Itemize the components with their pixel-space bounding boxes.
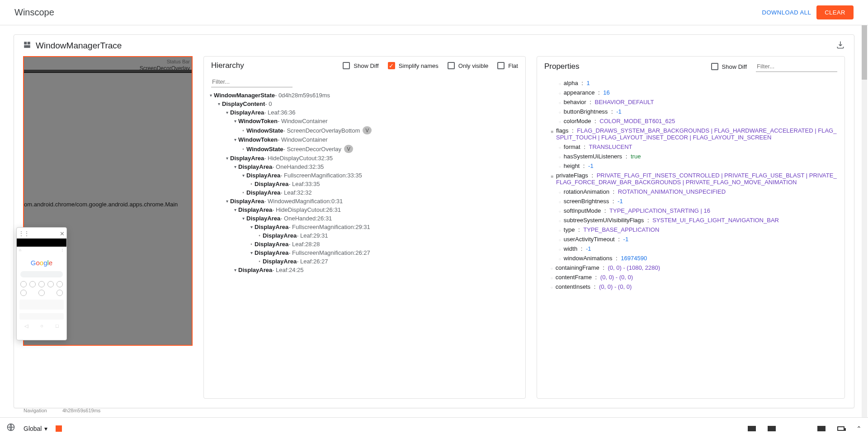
property-row[interactable]: ○windowAnimations : 16974590 xyxy=(551,253,837,263)
timeline-marker[interactable] xyxy=(56,425,62,432)
tree-node[interactable]: ▾DisplayArea - FullscreenMagnification:3… xyxy=(206,171,521,180)
tree-node[interactable]: ▾WindowToken - WindowContainer xyxy=(206,135,521,144)
property-row[interactable]: ○width : -1 xyxy=(551,244,837,253)
property-row[interactable]: ■privateFlags : PRIVATE_FLAG_FIT_INSETS_… xyxy=(551,171,837,187)
expand-icon[interactable]: ▾ xyxy=(232,137,238,142)
expand-icon[interactable]: ▾ xyxy=(248,224,255,229)
property-row[interactable]: ○format : TRANSLUCENT xyxy=(551,142,837,152)
tree-node[interactable]: ▾DisplayArea - HideDisplayCutout:26:31 xyxy=(206,205,521,214)
tree-node[interactable]: •DisplayArea - Leaf:33:35 xyxy=(206,180,521,188)
trace-title: WindowManagerTrace xyxy=(36,41,122,51)
close-icon[interactable]: ✕ xyxy=(60,230,65,237)
bullet-icon: • xyxy=(256,233,263,238)
expand-icon[interactable]: ▾ xyxy=(232,164,238,169)
preview-status-label: Status Bar xyxy=(167,59,190,64)
tree-node[interactable]: ▾DisplayArea - HideDisplayCutout:32:35 xyxy=(206,154,521,162)
tree-node[interactable]: ▾WindowToken - WindowContainer xyxy=(206,117,521,125)
only-visible-checkbox[interactable]: Only visible xyxy=(448,62,488,69)
bullet-icon: • xyxy=(248,242,255,247)
footer-bar: Navigation 4h28m59s619ms Global ▾ ⌃ xyxy=(0,417,868,439)
nav-label: Navigation xyxy=(24,408,47,413)
property-row[interactable]: ○behavior : BEHAVIOR_DEFAULT xyxy=(551,97,837,107)
tree-node[interactable]: ▾DisplayArea - OneHanded:26:31 xyxy=(206,214,521,223)
visibility-badge: V xyxy=(344,145,353,153)
expand-icon[interactable]: ▾ xyxy=(232,207,238,212)
bullet-icon: • xyxy=(240,190,246,195)
tree-node[interactable]: •WindowState - ScreenDecorOverlayBottomV xyxy=(206,125,521,135)
google-logo: Google xyxy=(19,253,65,269)
simplify-checkbox[interactable]: ✓Simplify names xyxy=(388,62,439,69)
expand-icon[interactable]: ▾ xyxy=(224,156,230,161)
properties-filter-input[interactable] xyxy=(756,61,837,72)
properties-list[interactable]: ○alpha : 1○appearance : 16○behavior : BE… xyxy=(537,76,844,398)
property-row[interactable]: ○type : TYPE_BASE_APPLICATION xyxy=(551,225,837,234)
tree-node[interactable]: ▾DisplayArea - Leaf:36:36 xyxy=(206,108,521,117)
tree-node[interactable]: •DisplayArea - Leaf:28:28 xyxy=(206,240,521,248)
trace-header: WindowManagerTrace xyxy=(14,35,854,56)
expand-icon[interactable]: ▾ xyxy=(224,199,230,204)
download-all-button[interactable]: DOWNLOAD ALL xyxy=(762,9,811,16)
property-row[interactable]: ○userActivityTimeout : -1 xyxy=(551,234,837,244)
svg-rect-1 xyxy=(28,42,30,44)
tree-node[interactable]: ▾DisplayArea - FullscreenMagnification:2… xyxy=(206,248,521,257)
tree-node[interactable]: •WindowState - ScreenDecorOverlayV xyxy=(206,144,521,154)
properties-panel: Properties Show Diff ○alpha : 1○appearan… xyxy=(537,56,845,399)
download-icon[interactable] xyxy=(836,40,845,51)
properties-title: Properties xyxy=(544,62,702,71)
page-scrollbar[interactable] xyxy=(862,25,867,417)
property-row[interactable]: ○subtreeSystemUiVisibilityFlags : SYSTEM… xyxy=(551,215,837,225)
footer-icon-1[interactable] xyxy=(748,426,756,431)
flat-checkbox[interactable]: Flat xyxy=(497,62,518,69)
preview-activity-label: om.android.chrome/com.google.android.app… xyxy=(24,201,192,208)
mini-preview-window[interactable]: ⋮⋮ ✕ ⌂⋮ Google ◁○□ xyxy=(16,227,67,340)
tree-node[interactable]: ▾WindowManagerState - 0d4h28m59s619ms xyxy=(206,91,521,100)
property-row[interactable]: ■flags : FLAG_DRAWS_SYSTEM_BAR_BACKGROUN… xyxy=(551,126,837,142)
hierarchy-tree[interactable]: ▾WindowManagerState - 0d4h28m59s619ms▾Di… xyxy=(204,91,525,398)
tree-node[interactable]: ▾DisplayArea - FullscreenMagnification:2… xyxy=(206,223,521,231)
property-row[interactable]: ○buttonBrightness : -1 xyxy=(551,107,837,116)
svg-rect-2 xyxy=(24,45,30,48)
expand-icon[interactable]: ▾ xyxy=(232,267,238,272)
expand-icon[interactable]: ▾ xyxy=(208,93,214,98)
content-area: WindowManagerTrace Status Bar ScreenDeco… xyxy=(0,25,868,417)
footer-icon-4[interactable] xyxy=(837,426,844,431)
footer-icon-2[interactable] xyxy=(768,426,776,431)
expand-icon[interactable]: ▾ xyxy=(248,250,255,255)
props-show-diff-checkbox[interactable]: Show Diff xyxy=(711,63,747,70)
global-select[interactable]: Global ▾ xyxy=(24,425,47,432)
chevron-up-icon[interactable]: ⌃ xyxy=(856,425,862,432)
chevron-down-icon: ▾ xyxy=(44,425,47,432)
property-row[interactable]: ○contentFrame : (0, 0) - (0, 0) xyxy=(551,272,837,282)
property-row[interactable]: ○colorMode : COLOR_MODE_BT601_625 xyxy=(551,116,837,126)
property-row[interactable]: ○screenBrightness : -1 xyxy=(551,196,837,206)
dashboard-icon xyxy=(23,41,31,50)
property-row[interactable]: ○softInputMode : TYPE_APPLICATION_STARTI… xyxy=(551,206,837,215)
expand-icon[interactable]: ▾ xyxy=(240,216,246,221)
property-row[interactable]: ○rotationAnimation : ROTATION_ANIMATION_… xyxy=(551,187,837,196)
tree-node[interactable]: •DisplayArea - Leaf:29:31 xyxy=(206,231,521,240)
expand-icon[interactable]: ▾ xyxy=(240,173,246,178)
tree-node[interactable]: ▾DisplayContent - 0 xyxy=(206,100,521,108)
tree-node[interactable]: ▾DisplayArea - WindowedMagnification:0:3… xyxy=(206,197,521,205)
expand-icon[interactable]: ▾ xyxy=(232,119,238,124)
property-row[interactable]: ○containingFrame : (0, 0) - (1080, 2280) xyxy=(551,263,837,272)
property-row[interactable]: ○contentInsets : (0, 0) - (0, 0) xyxy=(551,282,837,291)
property-row[interactable]: ○hasSystemUiListeners : true xyxy=(551,152,837,161)
tree-node[interactable]: •DisplayArea - Leaf:32:32 xyxy=(206,188,521,197)
tree-node[interactable]: ▾DisplayArea - OneHanded:32:35 xyxy=(206,162,521,171)
hierarchy-filter-input[interactable] xyxy=(211,76,292,87)
hierarchy-title: Hierarchy xyxy=(211,61,334,70)
globe-icon[interactable] xyxy=(6,423,15,434)
show-diff-checkbox[interactable]: Show Diff xyxy=(343,62,378,69)
clear-button[interactable]: CLEAR xyxy=(816,5,854,19)
footer-icon-3[interactable] xyxy=(817,426,826,431)
expand-icon[interactable]: ▾ xyxy=(216,101,222,106)
tree-node[interactable]: ▾DisplayArea - Leaf:24:25 xyxy=(206,266,521,274)
drag-handle-icon[interactable]: ⋮⋮ xyxy=(19,230,29,237)
tree-node[interactable]: •DisplayArea - Leaf:26:27 xyxy=(206,257,521,266)
property-row[interactable]: ○appearance : 16 xyxy=(551,88,837,97)
property-row[interactable]: ○height : -1 xyxy=(551,161,837,171)
expand-icon[interactable]: ▾ xyxy=(224,110,230,115)
property-row[interactable]: ○alpha : 1 xyxy=(551,78,837,88)
app-header: Winscope DOWNLOAD ALL CLEAR xyxy=(0,0,868,25)
